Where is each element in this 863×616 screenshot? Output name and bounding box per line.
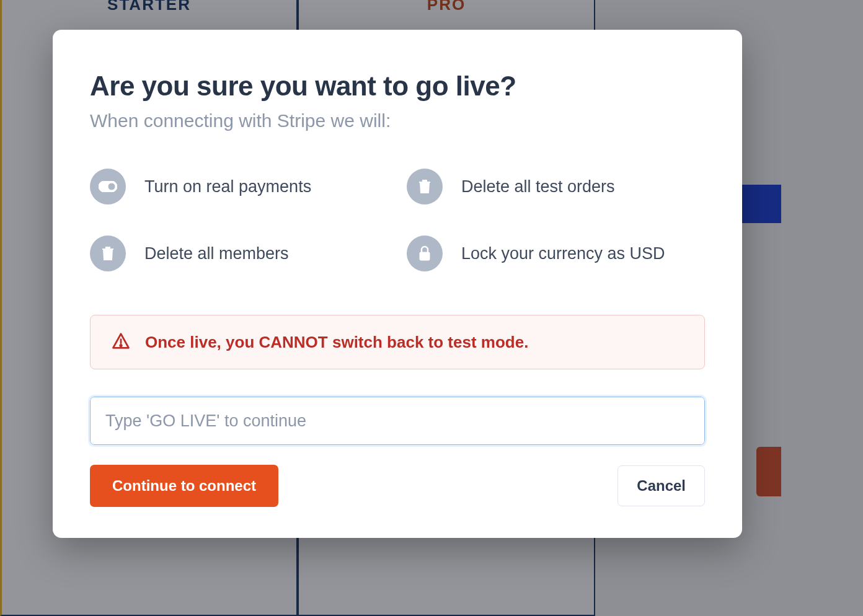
effect-delete-orders: Delete all test orders: [407, 169, 705, 205]
svg-point-4: [120, 345, 122, 346]
go-live-modal: Are you sure you want to go live? When c…: [53, 30, 742, 538]
effect-real-payments: Turn on real payments: [90, 169, 388, 205]
lock-icon: [407, 235, 443, 271]
effect-label: Turn on real payments: [144, 177, 311, 196]
effect-label: Delete all members: [144, 244, 289, 263]
modal-title: Are you sure you want to go live?: [90, 71, 705, 102]
warning-icon: [112, 332, 130, 353]
svg-point-1: [108, 183, 115, 190]
warning-banner: Once live, you CANNOT switch back to tes…: [90, 315, 705, 369]
modal-actions: Continue to connect Cancel: [90, 465, 705, 507]
trash-icon: [407, 169, 443, 205]
effect-lock-currency: Lock your currency as USD: [407, 235, 705, 271]
modal-subtitle: When connecting with Stripe we will:: [90, 110, 705, 131]
warning-text: Once live, you CANNOT switch back to tes…: [145, 333, 528, 352]
continue-button[interactable]: Continue to connect: [90, 465, 278, 507]
cancel-button[interactable]: Cancel: [617, 465, 705, 506]
svg-rect-2: [420, 252, 430, 260]
effect-delete-members: Delete all members: [90, 235, 388, 271]
toggle-icon: [90, 169, 126, 205]
trash-icon: [90, 235, 126, 271]
confirm-go-live-input[interactable]: [90, 397, 705, 445]
effect-label: Lock your currency as USD: [461, 244, 665, 263]
effects-grid: Turn on real payments Delete all test or…: [90, 169, 705, 271]
effect-label: Delete all test orders: [461, 177, 615, 196]
